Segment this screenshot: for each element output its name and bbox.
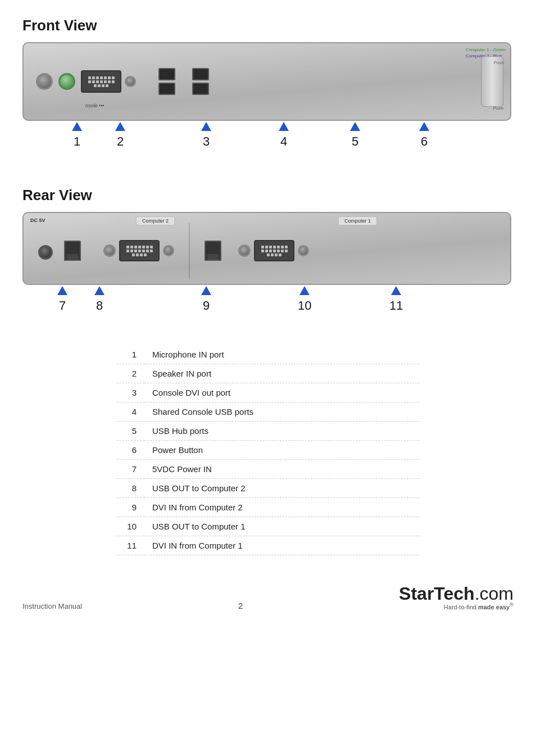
port-num: 7 [116,460,144,479]
console-label-area [81,70,136,93]
footer-logo: StarTech.com Hard-to-find made easy® [399,583,514,610]
front-arrow-1: 1 [72,122,82,149]
comp2-bar-label: Computer 2 [136,216,175,225]
push-label-outside: Push [493,106,503,111]
dc-label: DC 5V [30,218,46,223]
rear-arrow-9: 9 [201,286,211,313]
port-num: 5 [116,422,144,441]
front-num-3: 3 [203,134,210,149]
comp1-label: Computer 1 - Green [466,47,506,53]
front-arrow-6: 6 [419,122,429,149]
front-arrow-2: 2 [115,122,125,149]
front-view-section: Front View Computer 1 - Green Computer 2… [22,17,514,164]
port-label: USB Hub ports [144,422,420,441]
rear-port-8-usb-comp2 [64,241,81,261]
rear-port-7-dc [38,245,53,260]
rear-num-7: 7 [59,298,66,313]
port-label: Shared Console USB ports [144,402,420,422]
page-footer: Instruction Manual 2 StarTech.com Hard-t… [22,578,514,610]
logo-star: StarTech [399,583,475,604]
rear-arrow-8: 8 [94,286,105,313]
port-num: 9 [116,498,144,517]
port-description-table: 1 Microphone IN port 2 Speaker IN port 3… [116,345,420,555]
front-port-5-usb-hub [192,68,209,95]
rear-arrow-11: 11 [389,286,403,313]
port-table-row: 8 USB OUT to Computer 2 [116,479,420,498]
rear-num-10: 10 [298,298,311,313]
port-table-row: 6 Power Button [116,441,420,460]
port-num: 10 [116,517,144,536]
port-table-row: 3 Console DVI out port [116,383,420,402]
front-num-5: 5 [352,134,358,149]
rear-device-image: DC 5V Computer 2 Computer 1 [22,212,511,285]
rear-port-9-dvi-comp2 [103,240,174,261]
front-port-4-usb [158,68,175,95]
push-label: Push [494,60,504,65]
front-num-1: 1 [74,134,80,149]
rear-view-title: Rear View [22,187,514,204]
port-label: Console DVI out port [144,383,420,402]
port-num: 3 [116,383,144,402]
footer-manual-label: Instruction Manual [22,602,82,610]
logo-text: StarTech.com [399,583,514,604]
front-num-6: 6 [421,134,428,149]
front-port-3-dvi [81,70,121,93]
front-port-2-speaker [58,73,75,90]
port-label: DVI IN from Computer 1 [144,536,420,555]
front-arrows-row: 1 2 3 4 5 6 [22,122,511,164]
rear-arrow-7: 7 [57,286,67,313]
rear-num-9: 9 [203,298,210,313]
port-label: DVI IN from Computer 2 [144,498,420,517]
rear-num-8: 8 [96,298,103,313]
front-view-title: Front View [22,17,514,34]
port-table-row: 5 USB Hub ports [116,422,420,441]
port-table-row: 11 DVI IN from Computer 1 [116,536,420,555]
tagline-reg: ® [510,602,514,608]
port-num: 11 [116,536,144,555]
port-num: 4 [116,402,144,422]
port-table-row: 1 Microphone IN port [116,345,420,364]
port-num: 2 [116,364,144,383]
port-label: Speaker IN port [144,364,420,383]
port-table-row: 7 5VDC Power IN [116,460,420,479]
port-num: 1 [116,345,144,364]
port-num: 6 [116,441,144,460]
port-table-row: 10 USB OUT to Computer 1 [116,517,420,536]
rear-arrow-10: 10 [298,286,311,313]
rear-num-11: 11 [389,298,403,313]
front-num-4: 4 [280,134,287,149]
front-device-image: Computer 1 - Green Computer 2 - Blue [22,42,511,121]
tagline-em: made easy [478,604,510,610]
port-table-row: 9 DVI IN from Computer 2 [116,498,420,517]
front-connector-small [125,76,136,87]
front-num-2: 2 [117,134,124,149]
comp1-bar-label: Computer 1 [338,216,377,225]
port-table-row: 2 Speaker IN port [116,364,420,383]
rear-view-section: Rear View DC 5V Computer 2 Computer 1 [22,187,514,328]
port-label: Power Button [144,441,420,460]
front-arrow-4: 4 [279,122,289,149]
port-num: 8 [116,479,144,498]
rear-port-11-dvi-comp1 [238,240,309,261]
front-port-6-power: Push [481,56,503,107]
port-label: USB OUT to Computer 1 [144,517,420,536]
port-table-row: 4 Shared Console USB ports [116,402,420,422]
front-arrow-5: 5 [350,122,360,149]
tagline-pre: Hard-to-find [444,604,478,610]
front-port-1-mic [36,73,53,90]
footer-page-number: 2 [238,601,243,610]
port-label: Microphone IN port [144,345,420,364]
front-arrow-3: 3 [201,122,211,149]
logo-com: .com [475,583,514,604]
rear-port-10-usb-comp1 [205,241,221,261]
console-text: nsole ••• [85,103,104,108]
port-label: USB OUT to Computer 2 [144,479,420,498]
rear-arrows-row: 7 8 9 10 11 [22,286,511,328]
port-label: 5VDC Power IN [144,460,420,479]
